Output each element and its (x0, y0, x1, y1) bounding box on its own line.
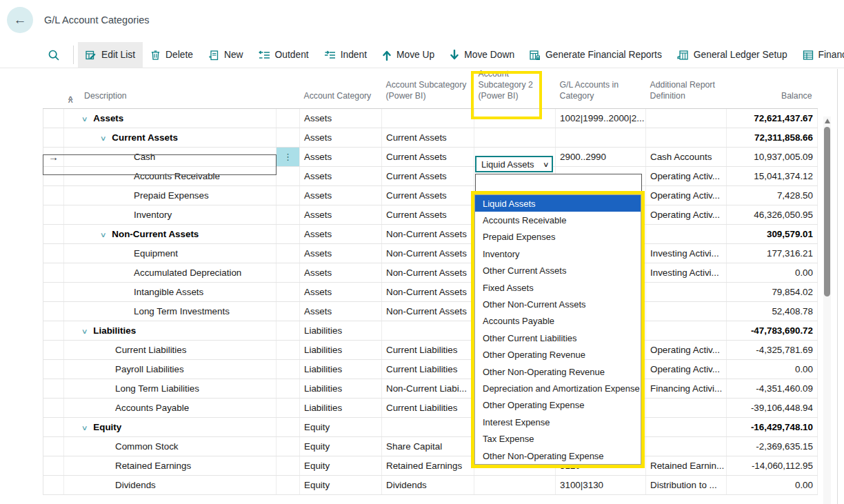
dropdown-item[interactable]: Other Non-Current Assets (475, 296, 641, 312)
cell-description[interactable]: Inventory (64, 205, 277, 224)
cell-balance[interactable]: -39,106,448.94 (727, 398, 818, 417)
search-button[interactable] (39, 42, 69, 68)
cell-gl-accounts[interactable]: 3100|3130 (556, 475, 646, 494)
cell-account-subcategory-1[interactable]: Non-Current Assets (382, 282, 474, 301)
cell-account-subcategory-1[interactable]: Current Assets (382, 128, 474, 147)
cell-row-options[interactable] (277, 456, 300, 475)
cell-report-definition[interactable] (646, 398, 727, 417)
cell-description[interactable]: Payroll Liabilities (64, 359, 277, 379)
header-gl-accounts[interactable]: G/L Accounts in Category (556, 69, 646, 108)
cell-row-selector[interactable] (43, 436, 64, 456)
cell-account-category[interactable]: Liabilities (300, 321, 382, 340)
cell-account-category[interactable]: Assets (300, 147, 382, 166)
dropdown-item[interactable]: Inventory (475, 245, 641, 262)
cell-description[interactable]: Prepaid Expenses (64, 185, 277, 205)
cell-balance[interactable]: -16,429,748.10 (727, 417, 818, 436)
cell-account-subcategory-1[interactable]: Dividends (382, 475, 474, 494)
cell-description[interactable]: Intangible Assets (64, 282, 277, 301)
header-account-category[interactable]: Account Category (300, 69, 382, 108)
cell-account-subcategory-1[interactable]: Current Assets (382, 166, 474, 185)
cell-row-selector[interactable] (43, 456, 64, 475)
cell-description[interactable]: Accumulated Depreciation (64, 263, 277, 282)
cell-row-selector[interactable] (43, 301, 64, 321)
cell-report-definition[interactable] (646, 436, 727, 456)
cell-report-definition[interactable] (646, 224, 727, 243)
cell-description[interactable]: Accounts Payable (64, 398, 277, 417)
cell-description[interactable]: Retained Earnings (64, 456, 277, 475)
cell-account-subcategory-1[interactable]: Non-Current Assets (382, 224, 474, 243)
cell-balance[interactable]: -2,369,635.15 (727, 436, 818, 456)
cell-account-subcategory-1[interactable] (382, 417, 474, 436)
cell-account-category[interactable]: Equity (300, 456, 382, 475)
dropdown-item[interactable]: Depreciation and Amortization Expense (475, 380, 641, 396)
cell-balance[interactable]: 0.00 (727, 263, 818, 282)
cell-balance[interactable]: 7,428.50 (727, 185, 818, 205)
cell-account-subcategory-1[interactable]: Retained Earnings (382, 456, 474, 475)
scrollbar-thumb[interactable] (824, 127, 830, 296)
cell-account-category[interactable]: Assets (300, 263, 382, 282)
row-expand-chevron-icon[interactable]: ∨ (81, 424, 88, 432)
toolbar-outdent-button[interactable]: Outdent (251, 42, 316, 68)
cell-account-category[interactable]: Assets (300, 282, 382, 301)
dropdown-item[interactable]: Liquid Assets (475, 195, 641, 212)
header-balance[interactable]: Balance (727, 69, 818, 108)
cell-report-definition[interactable]: Financing Activi... (646, 379, 727, 398)
cell-balance[interactable]: 0.00 (727, 475, 818, 494)
cell-row-options[interactable] (277, 321, 300, 340)
cell-account-subcategory-1[interactable]: Current Assets (382, 185, 474, 205)
dropdown-item[interactable]: Fixed Assets (475, 279, 641, 296)
cell-row-selector[interactable] (43, 166, 64, 185)
cell-balance[interactable]: 52,408.78 (727, 301, 818, 321)
toolbar-general-ledger-setup-button[interactable]: General Ledger Setup (670, 42, 795, 68)
cell-report-definition[interactable] (646, 108, 727, 128)
cell-description[interactable]: ∨Non-Current Assets (64, 224, 277, 243)
cell-account-category[interactable]: Liabilities (300, 359, 382, 379)
back-button[interactable]: ← (7, 7, 33, 33)
cell-account-category[interactable]: Equity (300, 475, 382, 494)
cell-account-subcategory-1[interactable]: Current Liabilities (382, 340, 474, 359)
cell-account-category[interactable]: Liabilities (300, 340, 382, 359)
dropdown-item[interactable]: Other Non-Operating Expense (475, 447, 641, 464)
row-expand-chevron-icon[interactable]: ∨ (81, 115, 88, 123)
cell-row-selector[interactable] (43, 243, 64, 263)
cell-description[interactable]: ∨Assets (64, 108, 277, 128)
cell-row-options[interactable] (277, 417, 300, 436)
dropdown-item[interactable]: Other Current Assets (475, 263, 641, 279)
toolbar-financial-button[interactable]: Financial (795, 42, 844, 68)
cell-row-selector[interactable] (43, 417, 64, 436)
cell-account-category[interactable]: Assets (300, 243, 382, 263)
cell-description[interactable]: Accounts Receivable (64, 166, 277, 185)
cell-row-selector[interactable]: → (43, 147, 64, 166)
cell-row-selector[interactable] (43, 224, 64, 243)
cell-account-subcategory-1[interactable]: Current Assets (382, 147, 474, 166)
cell-balance[interactable]: 46,326,050.95 (727, 205, 818, 224)
cell-account-subcategory-1[interactable]: Non-Current Assets (382, 243, 474, 263)
cell-description[interactable]: ∨Current Assets (64, 128, 277, 147)
dropdown-item[interactable]: Prepaid Expenses (475, 229, 641, 245)
row-expand-chevron-icon[interactable]: ∨ (81, 327, 88, 335)
dropdown-item[interactable]: Interest Expense (475, 414, 641, 430)
cell-account-category[interactable]: Assets (300, 205, 382, 224)
header-report-definition[interactable]: Additional Report Definition (646, 69, 727, 108)
cell-report-definition[interactable] (646, 417, 727, 436)
cell-account-category[interactable]: Liabilities (300, 398, 382, 417)
cell-row-selector[interactable] (43, 398, 64, 417)
cell-account-category[interactable]: Equity (300, 436, 382, 456)
cell-balance[interactable]: 15,041,374.12 (727, 166, 818, 185)
cell-row-selector[interactable] (43, 321, 64, 340)
cell-row-options[interactable] (277, 128, 300, 147)
cell-account-subcategory-1[interactable]: Current Liabilities (382, 359, 474, 379)
cell-account-subcategory-2[interactable] (474, 128, 556, 147)
toolbar-new-button[interactable]: New (201, 42, 251, 68)
cell-balance[interactable]: -47,783,690.72 (727, 321, 818, 340)
cell-row-options[interactable] (277, 340, 300, 359)
dropdown-item[interactable]: Accounts Receivable (475, 212, 641, 228)
cell-row-options[interactable] (277, 282, 300, 301)
dropdown-item[interactable]: Other Non-Operating Revenue (475, 363, 641, 380)
cell-report-definition[interactable]: Retained Earnin... (646, 456, 727, 475)
cell-report-definition[interactable]: Operating Activ... (646, 205, 727, 224)
header-description[interactable]: ∧∧ Description (64, 69, 277, 108)
cell-gl-accounts[interactable] (556, 128, 646, 147)
collapse-all-icon[interactable]: ∧∧ (67, 97, 74, 102)
cell-row-options[interactable] (277, 398, 300, 417)
